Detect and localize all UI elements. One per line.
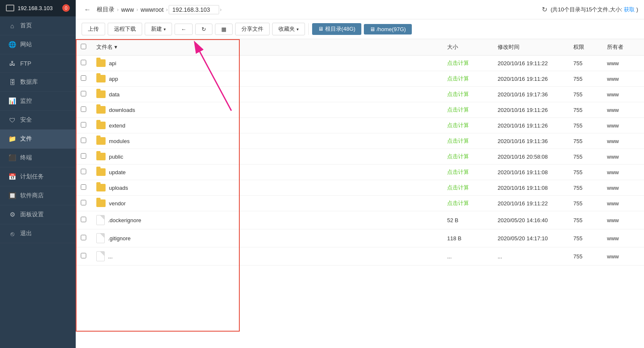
row-filename[interactable]: modules: [109, 138, 130, 144]
breadcrumb-back-button[interactable]: ←: [82, 4, 93, 15]
sidebar-item-files[interactable]: 📁 文件: [0, 130, 76, 149]
row-filename-cell[interactable]: ...: [91, 247, 442, 266]
row-checkbox[interactable]: [81, 106, 86, 112]
sidebar-item-website[interactable]: 🌐 网站: [0, 35, 76, 54]
row-filename[interactable]: .dockerignore: [108, 217, 141, 223]
row-size[interactable]: 点击计算: [447, 106, 469, 113]
grid-view-button[interactable]: ▦: [215, 24, 233, 35]
row-size-cell[interactable]: 点击计算: [442, 102, 493, 118]
row-filename-cell[interactable]: extend: [91, 118, 442, 133]
toolbar-refresh-button[interactable]: ↻: [195, 24, 212, 35]
table-row: modules 点击计算 2020/10/16 19:11:36 755 www: [76, 133, 644, 149]
row-filename-cell[interactable]: api: [91, 56, 442, 71]
row-perm-cell: 755: [568, 71, 602, 87]
favorites-button[interactable]: 收藏夹 ▾: [272, 23, 305, 35]
row-size[interactable]: 点击计算: [447, 184, 469, 191]
remote-download-button[interactable]: 远程下载: [108, 23, 142, 35]
row-size[interactable]: 点击计算: [447, 138, 469, 144]
sidebar-item-label: 监控: [20, 97, 32, 105]
upload-button[interactable]: 上传: [82, 23, 105, 35]
row-filename[interactable]: update: [109, 169, 126, 175]
row-size-cell[interactable]: 点击计算: [442, 71, 493, 87]
row-checkbox[interactable]: [81, 169, 86, 174]
row-filename-cell[interactable]: public: [91, 149, 442, 165]
row-size[interactable]: 点击计算: [447, 122, 469, 128]
row-size-cell[interactable]: 点击计算: [442, 149, 493, 165]
sidebar-item-monitor[interactable]: 📊 监控: [0, 92, 76, 111]
sidebar-item-panel-settings[interactable]: ⚙ 面板设置: [0, 205, 76, 224]
row-checkbox[interactable]: [81, 200, 86, 205]
row-checkbox[interactable]: [81, 138, 86, 143]
row-filename[interactable]: data: [109, 91, 119, 98]
row-filename-cell[interactable]: app: [91, 71, 442, 87]
row-size-cell[interactable]: 点击计算: [442, 180, 493, 196]
toolbar-back-button[interactable]: ←: [175, 24, 193, 35]
row-checkbox[interactable]: [81, 91, 86, 96]
row-filename-cell[interactable]: .dockerignore: [91, 211, 442, 229]
row-checkbox[interactable]: [81, 235, 86, 240]
row-checkbox[interactable]: [81, 75, 86, 81]
row-mtime: 2020/10/16 19:11:26: [498, 107, 548, 113]
row-size[interactable]: 点击计算: [447, 169, 469, 175]
sidebar-item-home[interactable]: ⌂ 首页: [0, 16, 76, 35]
row-filename-cell[interactable]: update: [91, 165, 442, 180]
row-size[interactable]: 点击计算: [447, 75, 469, 82]
row-size-cell[interactable]: 点击计算: [442, 56, 493, 71]
row-filename[interactable]: public: [109, 154, 123, 160]
sidebar-item-tasks[interactable]: 📅 计划任务: [0, 167, 76, 186]
share-button[interactable]: 分享文件: [235, 23, 270, 35]
row-filename[interactable]: downloads: [109, 107, 135, 113]
create-button[interactable]: 新建 ▾: [145, 23, 172, 35]
row-filename-cell[interactable]: .gitignore: [91, 229, 442, 247]
row-mtime-cell: 2020/05/20 14:16:40: [493, 211, 568, 229]
row-size-cell[interactable]: 点击计算: [442, 87, 493, 102]
row-filename-cell[interactable]: uploads: [91, 180, 442, 196]
row-size-cell[interactable]: 点击计算: [442, 118, 493, 133]
row-size-cell[interactable]: 点击计算: [442, 133, 493, 149]
row-owner-cell: www: [602, 165, 644, 180]
row-filename[interactable]: app: [109, 76, 118, 82]
row-filename-cell[interactable]: data: [91, 87, 442, 102]
row-filename[interactable]: api: [109, 60, 116, 66]
row-checkbox[interactable]: [81, 153, 86, 159]
sidebar-item-terminal[interactable]: ⬛ 终端: [0, 149, 76, 167]
row-checkbox[interactable]: [81, 253, 86, 258]
row-checkbox[interactable]: [81, 122, 86, 128]
root-path-button[interactable]: 🖥 根目录(48G): [312, 23, 361, 35]
sidebar-item-logout[interactable]: ⎋ 退出: [0, 224, 76, 243]
row-size[interactable]: 点击计算: [447, 200, 469, 206]
favorites-label: 收藏夹: [278, 25, 295, 33]
row-size-cell[interactable]: 点击计算: [442, 165, 493, 180]
col-filename-header[interactable]: 文件名 ▾: [91, 39, 442, 56]
row-filename[interactable]: ...: [108, 253, 113, 260]
row-filename[interactable]: extend: [109, 122, 125, 129]
select-all-checkbox[interactable]: [81, 44, 86, 49]
row-mtime: 2020/10/16 19:11:08: [498, 169, 548, 175]
row-checkbox[interactable]: [81, 60, 86, 65]
row-size[interactable]: 点击计算: [447, 91, 469, 97]
row-filename-cell[interactable]: vendor: [91, 196, 442, 211]
breadcrumb-www[interactable]: www: [119, 5, 135, 14]
breadcrumb-wwwroot[interactable]: wwwroot: [139, 5, 165, 14]
row-perm: 755: [573, 91, 583, 98]
row-filename[interactable]: vendor: [109, 200, 126, 207]
breadcrumb-root[interactable]: 根目录: [95, 5, 116, 14]
breadcrumb-current-path[interactable]: 192.168.3.103: [169, 5, 219, 14]
row-filename-cell[interactable]: modules: [91, 133, 442, 149]
row-size-cell[interactable]: 点击计算: [442, 196, 493, 211]
home-path-button[interactable]: 🖥 /home(97G): [364, 24, 412, 35]
sidebar-item-store[interactable]: 🔲 软件商店: [0, 186, 76, 205]
row-filename[interactable]: uploads: [109, 185, 128, 191]
sidebar-item-database[interactable]: 🗄 数据库: [0, 73, 76, 92]
table-row: extend 点击计算 2020/10/16 19:11:26 755 www: [76, 118, 644, 133]
row-checkbox[interactable]: [81, 217, 86, 222]
breadcrumb-get-size-link[interactable]: 获取: [624, 6, 635, 13]
row-filename-cell[interactable]: downloads: [91, 102, 442, 118]
row-size[interactable]: 点击计算: [447, 60, 469, 66]
row-size[interactable]: 点击计算: [447, 153, 469, 159]
row-checkbox[interactable]: [81, 184, 86, 190]
row-filename[interactable]: .gitignore: [108, 235, 130, 242]
sidebar-item-security[interactable]: 🛡 安全: [0, 111, 76, 130]
sidebar-item-ftp[interactable]: 🖧 FTP: [0, 54, 76, 73]
breadcrumb-refresh-button[interactable]: ↻: [540, 4, 549, 15]
